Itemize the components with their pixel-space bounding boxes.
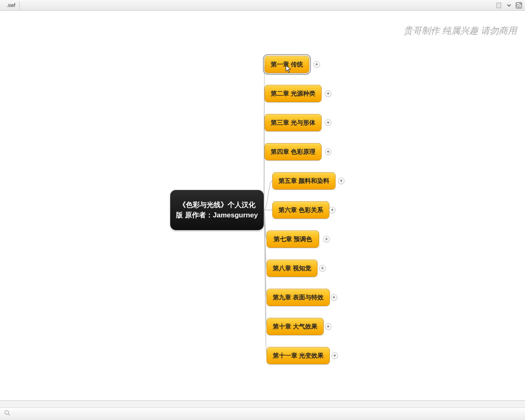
rss-icon[interactable] [515,2,523,9]
chapter-node-5[interactable]: 第五章 颜料和染料 [272,172,336,189]
dropdown-icon[interactable] [505,2,513,9]
expand-button[interactable]: + [325,90,331,97]
expand-button[interactable]: + [319,265,326,272]
browser-top-bar: .swf [0,0,525,11]
topbar-icons [495,1,523,10]
expand-button[interactable]: + [331,352,338,359]
expand-button[interactable]: + [325,323,331,330]
chapter-node-label: 第十章 大气效果 [273,323,317,331]
chapter-node-label: 第三章 光与形体 [271,119,315,127]
chapter-node-label: 第七章 预调色 [274,235,312,243]
tab-label[interactable]: .swf [2,1,20,9]
root-node[interactable]: 《色彩与光线》个人汉化版 原作者：Jamesgurney [170,190,264,230]
chapter-node-10[interactable]: 第十章 大气效果 [267,318,324,335]
chapter-node-7[interactable]: 第七章 预调色 [267,231,319,248]
chapter-node-label: 第六章 色彩关系 [278,206,323,214]
chapter-node-label: 第十一章 光变效果 [273,352,324,360]
chapter-node-11[interactable]: 第十一章 光变效果 [267,347,330,364]
chapter-node-8[interactable]: 第八章 视知觉 [267,260,317,277]
svg-point-3 [5,411,9,414]
chapter-node-4[interactable]: 第四章 色彩原理 [265,143,322,160]
expand-button[interactable]: + [313,61,320,68]
expand-button[interactable]: + [331,294,337,301]
chapter-node-6[interactable]: 第六章 色彩关系 [272,201,329,219]
root-node-label: 《色彩与光线》个人汉化版 原作者：Jamesgurney [176,200,258,221]
chapter-node-label: 第五章 颜料和染料 [278,177,329,185]
svg-line-4 [8,414,10,415]
chapter-node-3[interactable]: 第三章 光与形体 [265,114,322,131]
search-icon [4,410,11,418]
chapter-node-9[interactable]: 第九章 表面与特效 [267,289,330,306]
search-bar[interactable] [0,407,525,420]
expand-button[interactable]: + [338,178,345,184]
chapter-node-label: 第九章 表面与特效 [273,294,324,301]
chapter-node-label: 第四章 色彩原理 [271,148,315,156]
svg-point-2 [516,6,518,7]
chapter-node-label: 第一章 传统 [271,61,303,68]
watermark-text: 贵哥制作 纯属兴趣 请勿商用 [404,25,517,37]
chapter-node-label: 第八章 视知觉 [273,265,311,272]
bottom-gap [0,401,525,407]
mindmap-canvas[interactable]: 贵哥制作 纯属兴趣 请勿商用 《色彩与光线》个人汉化版 原作者：Jamesgur… [0,11,525,400]
svg-rect-1 [516,2,522,9]
chapter-node-label: 第二章 光源种类 [271,90,315,98]
chapter-node-1[interactable]: 第一章 传统 [265,56,309,73]
expand-button[interactable]: + [323,236,330,242]
page-icon[interactable] [495,2,503,9]
chapter-node-2[interactable]: 第二章 光源种类 [265,85,322,102]
expand-button[interactable]: + [329,207,336,213]
bottom-bar [0,400,525,420]
expand-button[interactable]: + [325,119,331,126]
expand-button[interactable]: + [325,148,331,155]
